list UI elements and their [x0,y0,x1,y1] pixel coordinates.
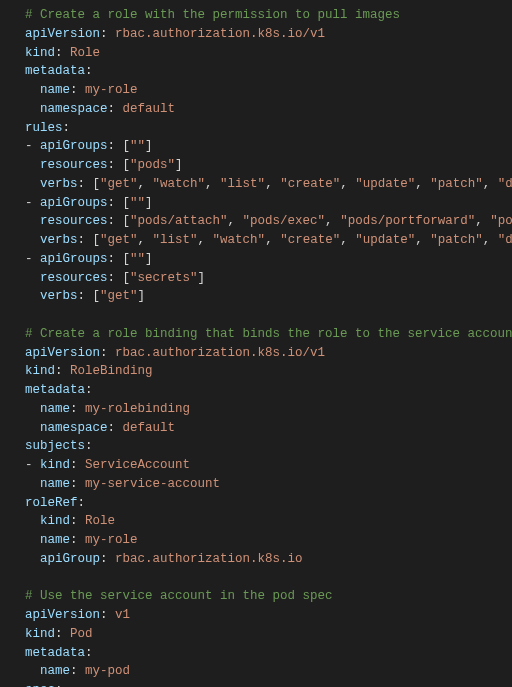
code-line: kind: Role [10,44,502,63]
code-line: - apiGroups: [""] [10,250,502,269]
code-line: name: my-pod [10,662,502,681]
code-line: # Create a role binding that binds the r… [10,325,502,344]
code-line: apiVersion: v1 [10,606,502,625]
yaml-code-block: # Create a role with the permission to p… [10,6,502,687]
code-line: apiGroup: rbac.authorization.k8s.io [10,550,502,569]
code-line [10,569,502,588]
code-line: - kind: ServiceAccount [10,456,502,475]
code-line: - apiGroups: [""] [10,137,502,156]
code-line: name: my-rolebinding [10,400,502,419]
code-line: spec: [10,681,502,687]
code-line: subjects: [10,437,502,456]
code-line [10,306,502,325]
code-line: name: my-role [10,81,502,100]
code-line: kind: Pod [10,625,502,644]
code-line: # Create a role with the permission to p… [10,6,502,25]
code-line: verbs: ["get", "watch", "list", "create"… [10,175,502,194]
code-line: - apiGroups: [""] [10,194,502,213]
code-line: verbs: ["get", "list", "watch", "create"… [10,231,502,250]
code-line: metadata: [10,644,502,663]
code-line: resources: ["pods/attach", "pods/exec", … [10,212,502,231]
code-line: name: my-service-account [10,475,502,494]
code-line: kind: RoleBinding [10,362,502,381]
code-line: namespace: default [10,100,502,119]
code-line: resources: ["pods"] [10,156,502,175]
code-line: roleRef: [10,494,502,513]
code-line: apiVersion: rbac.authorization.k8s.io/v1 [10,344,502,363]
code-line: namespace: default [10,419,502,438]
code-line: metadata: [10,381,502,400]
code-line: apiVersion: rbac.authorization.k8s.io/v1 [10,25,502,44]
code-line: name: my-role [10,531,502,550]
code-line: resources: ["secrets"] [10,269,502,288]
code-line: rules: [10,119,502,138]
code-line: verbs: ["get"] [10,287,502,306]
code-line: metadata: [10,62,502,81]
code-line: kind: Role [10,512,502,531]
code-line: # Use the service account in the pod spe… [10,587,502,606]
